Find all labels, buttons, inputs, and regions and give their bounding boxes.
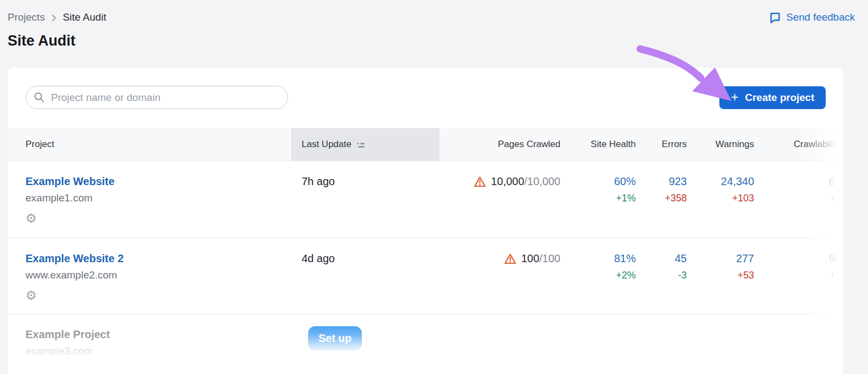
breadcrumb-projects[interactable]: Projects (8, 11, 45, 23)
site-health-cell: 81% +2% (560, 238, 636, 314)
column-header-pages-crawled[interactable]: Pages Crawled (439, 139, 560, 150)
site-health-delta: +2% (560, 270, 636, 281)
send-feedback-label: Send feedback (786, 11, 855, 23)
warning-triangle-icon (504, 253, 516, 265)
last-update-label: Last Update (302, 139, 352, 150)
errors-delta: -3 (636, 270, 687, 281)
create-project-label: Create project (745, 92, 814, 104)
column-header-warnings[interactable]: Warnings (687, 139, 754, 150)
project-domain: example1.com (25, 192, 291, 204)
site-health-value: 60% (560, 175, 636, 188)
top-bar: Projects Site Audit Send feedback (8, 9, 855, 26)
send-feedback-link[interactable]: Send feedback (769, 11, 855, 24)
project-name-unconfigured: Example Project (25, 328, 291, 341)
site-audit-page: Projects Site Audit Send feedback Site A… (0, 0, 868, 374)
pages-crawled-value: 100 (521, 252, 539, 264)
column-header-project[interactable]: Project (8, 139, 291, 150)
pages-crawled-cell: 100/100 (439, 238, 560, 314)
warning-triangle-icon (474, 176, 486, 188)
table-header-row: Project Last Update Pages Crawled Site H… (8, 128, 843, 161)
pages-crawled-total: /100 (539, 252, 560, 264)
project-domain: www.example2.com (25, 269, 291, 281)
breadcrumb: Projects Site Audit (8, 11, 106, 23)
plus-icon: + (731, 91, 738, 104)
crawlability-delta: +2 (754, 193, 841, 204)
column-header-errors[interactable]: Errors (636, 139, 687, 150)
pages-crawled-total: /10,000 (524, 175, 560, 187)
project-link[interactable]: Example Website 2 (25, 252, 291, 265)
column-header-site-health[interactable]: Site Health (560, 139, 636, 150)
page-title: Site Audit (8, 33, 75, 49)
pages-crawled-value: 10,000 (491, 175, 524, 187)
column-header-last-update[interactable]: Last Update (291, 128, 439, 161)
warnings-delta: +53 (687, 270, 754, 281)
errors-value: 45 (636, 252, 687, 265)
project-domain: example3.com (25, 345, 291, 357)
errors-delta: +358 (636, 193, 687, 204)
errors-cell: 45 -3 (636, 238, 687, 314)
set-up-button[interactable]: Set up (308, 326, 362, 351)
speech-bubble-icon (769, 11, 781, 24)
crawlability-value: 67 (754, 175, 841, 188)
column-header-crawlability[interactable]: Crawlability (754, 139, 843, 150)
warnings-cell: 24,340 +103 (687, 161, 754, 238)
create-project-button[interactable]: + Create project (719, 86, 826, 109)
gear-icon[interactable]: ⚙ (25, 212, 37, 225)
last-update-value: 4d ago (291, 238, 439, 314)
site-health-value: 81% (560, 252, 636, 265)
project-link[interactable]: Example Website (25, 175, 291, 188)
crawlability-cell: 67 +2 (754, 161, 843, 238)
last-update-value: 7h ago (291, 161, 439, 238)
gear-icon[interactable]: ⚙ (25, 289, 37, 302)
search-input[interactable] (25, 86, 288, 109)
crawlability-value: 96 (754, 252, 841, 265)
site-health-cell: 60% +1% (560, 161, 636, 238)
projects-table: Project Last Update Pages Crawled Site H… (8, 128, 843, 374)
crawlability-delta: +3 (754, 270, 841, 281)
pages-crawled-cell: 10,000/10,000 (439, 161, 560, 238)
warnings-cell: 277 +53 (687, 238, 754, 314)
warnings-value: 277 (687, 252, 754, 265)
errors-value: 923 (636, 175, 687, 188)
projects-panel: + Create project Project Last Update P (8, 68, 843, 374)
crawlability-cell: 96 +3 (754, 238, 843, 314)
project-search (25, 86, 288, 109)
table-row: Example Website example1.com ⚙ 7h ago 10… (8, 161, 843, 238)
search-icon (34, 92, 44, 103)
chevron-right-icon (52, 14, 56, 22)
table-row: Example Website 2 www.example2.com ⚙ 4d … (8, 238, 843, 314)
sort-descending-icon (356, 142, 366, 149)
breadcrumb-site-audit: Site Audit (63, 11, 106, 23)
warnings-delta: +103 (687, 193, 754, 204)
warnings-value: 24,340 (687, 175, 754, 188)
errors-cell: 923 +358 (636, 161, 687, 238)
site-health-delta: +1% (560, 193, 636, 204)
table-row: Example Project example3.com Set up (8, 314, 843, 374)
